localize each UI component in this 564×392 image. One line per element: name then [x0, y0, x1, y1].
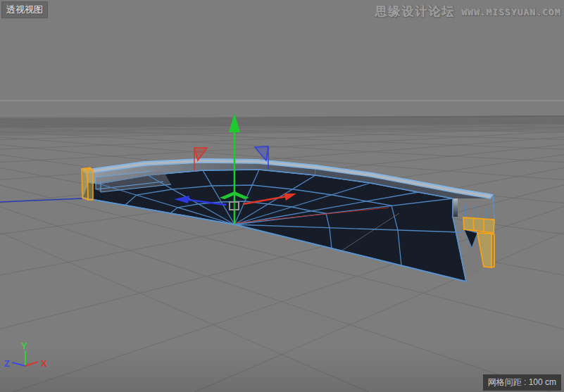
triad-x-label: X	[41, 358, 47, 369]
watermark: 思缘设计论坛 WWW.MISSYUAN.COM	[375, 4, 561, 20]
triad-z-label: Z	[4, 358, 10, 369]
viewport-canvas[interactable]: Y Z X	[0, 0, 564, 392]
axis-center-handle[interactable]	[230, 202, 239, 210]
grid-spacing-status: 网格间距 : 100 cm	[483, 374, 561, 391]
watermark-site-url: WWW.MISSYUAN.COM	[462, 7, 561, 18]
triad-y-label: Y	[21, 341, 27, 351]
c4d-perspective-viewport: { "viewport": { "view_label": "透视视图", "g…	[0, 0, 564, 392]
selected-polygons-left[interactable]	[82, 167, 93, 200]
watermark-site-name: 思缘设计论坛	[375, 4, 456, 20]
axis-triad: Y Z X	[4, 341, 47, 369]
view-label: 透视视图	[1, 1, 48, 18]
model-wireframe[interactable]	[82, 159, 494, 282]
